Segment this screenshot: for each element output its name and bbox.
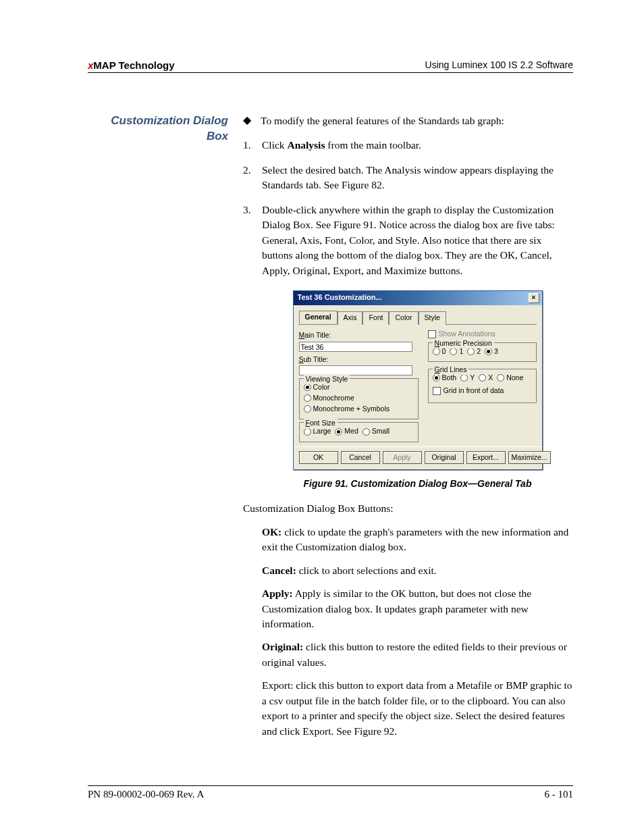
font-size-group: Font Size Large Med Small [299,422,419,442]
buttons-intro: Customization Dialog Box Buttons: [243,501,573,516]
tab-style[interactable]: Style [419,311,446,325]
step-number: 1. [243,138,262,153]
radio-monochrome[interactable]: Monochrome [304,393,414,403]
figure-91: Test 36 Customization... × General Axis … [262,290,573,470]
footer-right: 6 - 101 [545,789,574,800]
header-right: Using Luminex 100 IS 2.2 Software [425,59,573,71]
step-number: 2. [243,163,262,193]
radio-med[interactable]: Med [335,426,358,436]
ok-button[interactable]: OK [299,451,338,464]
numeric-precision-group: Numeric Precision 0 1 2 3 [428,342,537,362]
step1-a: Click [262,139,287,151]
def-ok: OK: click to update the graph's paramete… [262,525,573,555]
radio-grid-none[interactable]: None [497,373,523,383]
step-number: 3. [243,203,262,278]
footer-left: PN 89-00002-00-069 Rev. A [88,789,204,800]
step-1: 1. Click Analysis from the main toolbar. [243,138,573,153]
viewing-style-title: Viewing Style [304,374,350,384]
step2-text: Select the desired batch. The Analysis w… [262,163,573,193]
tab-general[interactable]: General [299,311,338,324]
bullet-diamond-icon: ◆ [243,113,251,126]
main-title-label: Main Title: [299,330,419,340]
figure-caption: Figure 91. Customization Dialog Box—Gene… [262,477,573,490]
header-title: MAP Technology [93,59,174,71]
header-left: xMAP Technology [88,59,175,71]
step-3: 3. Double-click anywhere within the grap… [243,203,573,278]
maximize-button[interactable]: Maximize... [508,451,551,464]
numeric-precision-title: Numeric Precision [433,338,494,348]
dialog-titlebar[interactable]: Test 36 Customization... × [294,291,542,305]
apply-button[interactable]: Apply [383,451,422,464]
step-2: 2. Select the desired batch. The Analysi… [243,163,573,193]
dialog-button-bar: OK Cancel Apply Original Export... Maxim… [294,446,542,469]
dialog-title-text: Test 36 Customization... [298,292,382,303]
step1-b: Analysis [287,139,325,151]
close-icon[interactable]: × [529,293,539,303]
def-original: Original: click this button to restore t… [262,640,573,670]
step1-c: from the main toolbar. [325,139,421,151]
radio-small[interactable]: Small [363,426,390,436]
grid-front-check[interactable]: Grid in front of data [433,386,532,396]
original-button[interactable]: Original [425,451,464,464]
radio-grid-x[interactable]: X [479,373,493,383]
def-export: Export: click this button to export data… [262,678,573,739]
grid-lines-title: Grid Lines [433,365,469,375]
section-heading: Customization Dialog Box [88,113,243,747]
def-cancel: Cancel: click to abort selections and ex… [262,563,573,578]
dialog-tabs: General Axis Font Color Style [299,311,537,325]
font-size-title: Font Size [304,418,338,428]
tab-font[interactable]: Font [363,311,389,325]
lead-text: To modify the general features of the St… [261,113,504,128]
export-button[interactable]: Export... [466,451,506,464]
radio-mono-symbols[interactable]: Monochrome + Symbols [304,404,414,414]
customization-dialog: Test 36 Customization... × General Axis … [293,290,543,470]
sub-title-label: Sub Title: [299,355,419,365]
step3-text: Double-click anywhere within the graph t… [262,203,573,278]
tab-axis[interactable]: Axis [338,311,363,325]
grid-lines-group: Grid Lines Both Y X None Grid in front o… [428,369,537,403]
page-footer: PN 89-00002-00-069 Rev. A 6 - 101 [88,785,573,800]
page-header: xMAP Technology Using Luminex 100 IS 2.2… [88,59,573,73]
viewing-style-group: Viewing Style Color Monochrome Monochrom… [299,378,419,420]
def-apply: Apply: Apply is similar to the OK button… [262,586,573,631]
tab-color[interactable]: Color [389,311,418,325]
cancel-button[interactable]: Cancel [341,451,380,464]
main-title-input[interactable]: Test 36 [299,342,412,352]
